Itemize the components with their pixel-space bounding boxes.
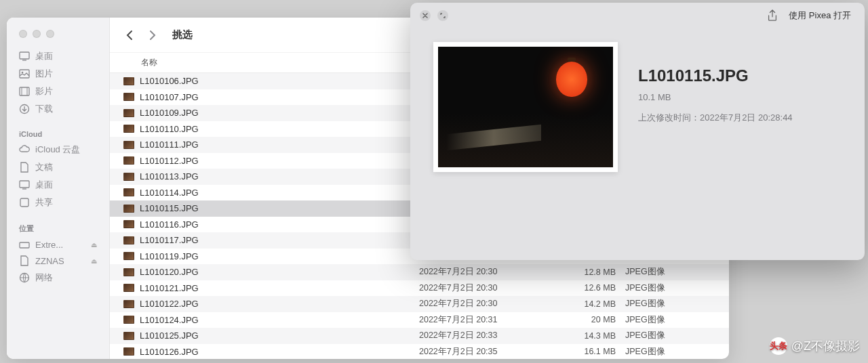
minimize-button[interactable] [33, 30, 41, 38]
eject-icon[interactable]: ⏏ [91, 257, 97, 265]
sidebar-header-locations: 位置 [7, 221, 109, 236]
disk-icon [19, 239, 30, 250]
sidebar-item-文稿[interactable]: 文稿 [7, 158, 109, 176]
file-name: L1010124.JPG [140, 315, 419, 325]
share-icon[interactable] [767, 9, 778, 22]
file-thumbnail-icon [123, 347, 134, 356]
sidebar-item-共享[interactable]: 共享 [7, 194, 109, 211]
sidebar-item-icloud 云盘[interactable]: iCloud 云盘 [7, 141, 109, 158]
file-kind: JPEG图像 [625, 314, 729, 326]
eject-icon[interactable]: ⏏ [91, 241, 97, 249]
file-thumbnail-icon [123, 93, 134, 101]
watermark-text: @Z不像摄影 [791, 338, 860, 354]
file-row[interactable]: L1010125.JPG2022年7月2日 20:3314.3 MBJPEG图像 [110, 328, 729, 344]
file-size: 12.8 MB [568, 268, 625, 277]
download-icon [19, 104, 30, 114]
close-button[interactable] [19, 30, 27, 38]
file-thumbnail-icon [123, 77, 134, 85]
file-name: L1010117.JPG [140, 235, 419, 245]
sidebar-item-label: ZZNAS [35, 256, 64, 266]
file-name: L1010116.JPG [140, 219, 419, 230]
file-date: 2022年7月2日 20:33 [419, 330, 568, 341]
watermark: 头条 @Z不像摄影 [770, 337, 860, 355]
sidebar-item-桌面[interactable]: 桌面 [7, 176, 109, 194]
file-date: 2022年7月2日 20:30 [419, 282, 568, 294]
sidebar-item-label: iCloud 云盘 [35, 144, 80, 156]
desktop-icon [19, 179, 30, 190]
file-name: L1010114.JPG [140, 188, 419, 198]
fullscreen-icon[interactable] [437, 10, 448, 21]
file-kind: JPEG图像 [625, 298, 729, 309]
file-thumbnail-icon [123, 220, 134, 228]
share-icon [19, 197, 30, 208]
sidebar-item-桌面[interactable]: 桌面 [7, 47, 109, 65]
image-icon [19, 68, 30, 79]
file-name: L1010107.JPG [140, 92, 419, 102]
file-kind: JPEG图像 [625, 330, 729, 341]
watermark-icon: 头条 [770, 337, 787, 355]
column-header-name[interactable]: 名称 [110, 57, 419, 68]
sidebar-item-extre...[interactable]: Extre...⏏ [7, 236, 109, 253]
cloud-icon [19, 144, 30, 155]
file-thumbnail-icon [123, 109, 134, 117]
desktop-icon [19, 51, 30, 62]
file-kind: JPEG图像 [625, 282, 729, 294]
sidebar-favorites: 桌面图片影片下载 [7, 47, 109, 118]
file-name: L1010109.JPG [140, 108, 419, 118]
file-row[interactable]: L1010122.JPG2022年7月2日 20:3014.2 MBJPEG图像 [110, 296, 729, 312]
sidebar-header-icloud: iCloud [7, 127, 109, 141]
open-with-button[interactable]: 使用 Pixea 打开 [785, 8, 855, 23]
sidebar-item-网络[interactable]: 网络 [7, 269, 109, 286]
sidebar-icloud: iCloud iCloud 云盘文稿桌面共享 [7, 127, 109, 211]
sidebar-item-图片[interactable]: 图片 [7, 65, 109, 83]
doc-icon [19, 162, 30, 173]
file-row[interactable]: L1010124.JPG2022年7月2日 20:3120 MBJPEG图像 [110, 312, 729, 328]
movie-icon [19, 86, 30, 97]
sidebar-locations: 位置 Extre...⏏ZZNAS⏏网络 [7, 221, 109, 286]
sidebar-item-label: 影片 [35, 85, 53, 98]
sidebar-item-下载[interactable]: 下载 [7, 100, 109, 118]
svg-rect-3 [20, 87, 29, 95]
sidebar-item-label: 共享 [35, 196, 53, 209]
file-thumbnail-icon [123, 125, 134, 133]
file-name: L1010115.JPG [140, 203, 419, 213]
sidebar-item-label: 图片 [35, 68, 53, 80]
sidebar-item-label: Extre... [35, 240, 63, 250]
svg-rect-6 [20, 198, 28, 207]
sidebar-item-label: 下载 [35, 103, 53, 115]
file-thumbnail-icon [123, 188, 134, 196]
file-date: 2022年7月2日 20:31 [419, 314, 568, 326]
sidebar-item-label: 网络 [35, 272, 53, 284]
back-button[interactable] [121, 26, 138, 44]
quicklook-body: L1010115.JPG 10.1 MB 上次修改时间：2022年7月2日 20… [410, 28, 865, 260]
file-kind: JPEG图像 [625, 266, 729, 278]
file-date: 2022年7月2日 20:35 [419, 346, 568, 358]
preview-info: L1010115.JPG 10.1 MB 上次修改时间：2022年7月2日 20… [638, 42, 844, 124]
file-date: 2022年7月2日 20:30 [419, 298, 568, 309]
file-thumbnail-icon [123, 236, 134, 244]
file-row[interactable]: L1010121.JPG2022年7月2日 20:3012.6 MBJPEG图像 [110, 280, 729, 297]
file-size: 20 MB [568, 315, 625, 324]
globe-icon [19, 272, 30, 283]
file-thumbnail-icon [123, 141, 134, 149]
sidebar-item-影片[interactable]: 影片 [7, 83, 109, 100]
file-size: 12.6 MB [568, 283, 625, 293]
file-row[interactable]: L1010120.JPG2022年7月2日 20:3012.8 MBJPEG图像 [110, 264, 729, 280]
file-name: L1010113.JPG [140, 171, 419, 182]
svg-rect-5 [20, 181, 29, 188]
file-name: L1010121.JPG [140, 283, 419, 293]
close-icon[interactable] [420, 10, 431, 21]
sidebar-item-zznas[interactable]: ZZNAS⏏ [7, 253, 109, 269]
forward-button[interactable] [144, 26, 161, 44]
file-row[interactable]: L1010126.JPG2022年7月2日 20:3516.1 MBJPEG图像 [110, 344, 729, 360]
preview-size: 10.1 MB [638, 92, 844, 102]
zoom-button[interactable] [46, 30, 54, 38]
preview-frame [433, 42, 618, 172]
file-size: 14.2 MB [568, 299, 625, 309]
file-thumbnail-icon [123, 284, 134, 292]
doc-icon [19, 255, 30, 266]
file-name: L1010120.JPG [140, 267, 419, 277]
file-thumbnail-icon [123, 268, 134, 276]
file-name: L1010122.JPG [140, 299, 419, 309]
svg-rect-7 [20, 242, 29, 248]
